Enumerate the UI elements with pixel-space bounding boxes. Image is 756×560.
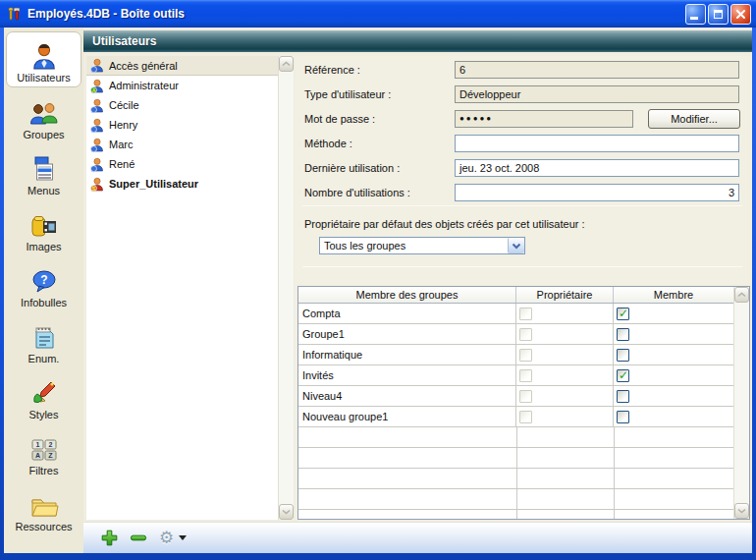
svg-text:2: 2 [48, 441, 52, 448]
membre-checkbox[interactable] [617, 411, 629, 423]
combo-dropdown-button[interactable] [508, 238, 524, 253]
window-body: Utilisateurs Groupes Menus Images [4, 28, 752, 553]
user-list-scrollbar[interactable] [278, 56, 294, 520]
column-header-membre[interactable]: Membre [614, 287, 733, 303]
scroll-track[interactable] [734, 303, 749, 503]
table-body: Compta Groupe1 [298, 304, 733, 519]
user-row[interactable]: Marc [86, 135, 278, 154]
user-name: Marc [109, 139, 133, 150]
user-name: Accès général [109, 60, 178, 72]
user-row[interactable]: Accès général [86, 56, 278, 76]
sidebar-item-icon [30, 320, 58, 352]
chevron-up-icon [282, 61, 291, 67]
user-row[interactable]: S Super_Utilisateur [86, 174, 278, 194]
sidebar-item-groupes[interactable]: Groupes [4, 87, 83, 143]
table-row[interactable]: Nouveau groupe1 [298, 407, 733, 427]
field-value[interactable]: ●●●●● [455, 110, 633, 128]
bottom-toolbar: ⚙ [83, 522, 752, 553]
column-header-membre-des-groupes[interactable]: Membre des groupes [298, 287, 516, 303]
user-row[interactable]: A Administrateur [86, 76, 278, 95]
sidebar-item-label: Infobulles [21, 297, 67, 308]
column-header-proprietaire[interactable]: Propriétaire [516, 287, 614, 303]
panel-title: Utilisateurs [92, 34, 156, 48]
combo-value: Tous les groupes [320, 240, 508, 252]
caret-down-icon [179, 535, 187, 540]
sidebar-item-enum[interactable]: Enum. [4, 311, 83, 367]
main-panel: Utilisateurs Accès général [83, 28, 752, 553]
group-name: Niveau4 [298, 386, 516, 406]
field-value[interactable]: Développeur [455, 85, 739, 103]
sidebar-item-label: Styles [29, 409, 59, 420]
proprietaire-checkbox[interactable] [519, 411, 532, 423]
modifier-button[interactable]: Modifier... [648, 109, 740, 129]
sidebar-item-label: Enum. [28, 353, 60, 364]
svg-text:1: 1 [35, 441, 39, 448]
minus-icon [130, 530, 147, 546]
minimize-button[interactable] [685, 4, 706, 25]
separator [302, 266, 742, 267]
maximize-button[interactable] [708, 4, 729, 25]
field-value[interactable] [455, 135, 739, 152]
field-label: Méthode : [304, 138, 352, 149]
user-icon: A [90, 79, 104, 93]
proprietaire-checkbox[interactable] [519, 308, 532, 320]
field-value[interactable]: jeu. 23 oct. 2008 [455, 159, 739, 177]
form-row: Référence : 6 [295, 61, 752, 79]
sidebar-item-menus[interactable]: Menus [4, 143, 83, 199]
sidebar-item-icon [31, 152, 57, 184]
sidebar-item-label: Utilisateurs [17, 72, 70, 84]
gear-icon: ⚙ [159, 530, 174, 546]
add-user-button[interactable] [101, 530, 118, 546]
table-row[interactable]: Compta [298, 304, 733, 324]
chevron-up-icon [737, 292, 746, 298]
sidebar: Utilisateurs Groupes Menus Images [4, 28, 83, 553]
scroll-down-button[interactable] [279, 504, 294, 520]
svg-text:?: ? [40, 273, 47, 287]
svg-text:A: A [34, 452, 39, 459]
user-icon [90, 138, 104, 152]
sidebar-item-infobulles[interactable]: ? Infobulles [4, 255, 83, 311]
sidebar-item-utilisateurs[interactable]: Utilisateurs [6, 31, 81, 87]
sidebar-item-images[interactable]: Images [4, 199, 83, 255]
scroll-up-button[interactable] [279, 56, 294, 72]
chevron-down-icon [282, 509, 291, 515]
separator [302, 205, 742, 206]
table-row[interactable]: Invités [298, 365, 733, 386]
user-row[interactable]: Cécile [86, 95, 278, 115]
field-value[interactable]: 3 [455, 184, 739, 201]
field-value[interactable]: 6 [455, 61, 739, 79]
scroll-down-button[interactable] [734, 503, 749, 519]
toolbox-icon [6, 6, 23, 23]
membre-checkbox[interactable] [617, 369, 629, 382]
user-form: Référence : 6 Type d'utilisateur : Dével… [295, 61, 752, 208]
user-row[interactable]: René [86, 154, 278, 174]
form-row: Type d'utilisateur : Développeur [295, 85, 752, 103]
sidebar-item-filtres[interactable]: 12AZ Filtres [4, 423, 83, 479]
proprietaire-checkbox[interactable] [519, 390, 532, 403]
membre-checkbox[interactable] [617, 308, 629, 320]
membre-checkbox[interactable] [617, 390, 629, 403]
form-row: Méthode : [295, 135, 752, 152]
proprietaire-checkbox[interactable] [519, 328, 532, 341]
sidebar-item-icon [28, 488, 60, 520]
app-window: Employés.4DB - Boîte outils Utilisateurs… [0, 0, 756, 560]
table-row[interactable]: Niveau4 [298, 386, 733, 407]
remove-user-button[interactable] [130, 530, 147, 546]
close-button[interactable] [730, 4, 751, 25]
membre-checkbox[interactable] [617, 328, 629, 341]
user-row[interactable]: Henry [86, 115, 278, 135]
proprietaire-checkbox[interactable] [519, 369, 532, 382]
table-scrollbar[interactable] [733, 287, 749, 519]
scroll-track[interactable] [279, 72, 294, 504]
table-row[interactable]: Informatique [298, 345, 733, 365]
proprietaire-checkbox[interactable] [519, 349, 532, 362]
sidebar-item-ressources[interactable]: Ressources [4, 479, 83, 535]
sidebar-item-styles[interactable]: Styles [4, 367, 83, 423]
actions-menu-button[interactable]: ⚙ [159, 530, 187, 546]
table-row[interactable]: Groupe1 [298, 324, 733, 345]
svg-text:A: A [92, 86, 96, 92]
membre-checkbox[interactable] [617, 349, 629, 362]
scroll-up-button[interactable] [734, 287, 749, 303]
field-label: Nombre d'utilisations : [304, 187, 410, 198]
owner-group-select[interactable]: Tous les groupes [319, 237, 525, 254]
